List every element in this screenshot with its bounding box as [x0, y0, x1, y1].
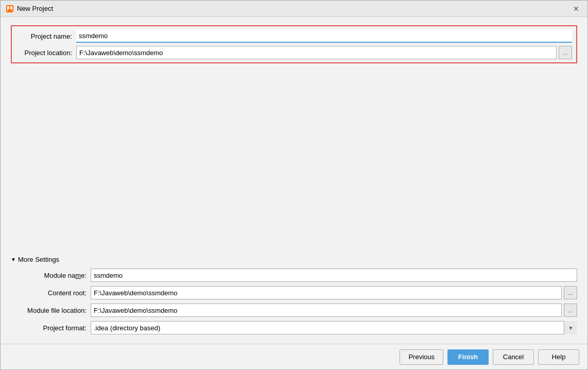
more-settings-chevron-icon: ▼ [11, 257, 16, 262]
more-settings-header[interactable]: ▼ More Settings [11, 256, 577, 263]
more-settings-label: More Settings [18, 256, 59, 263]
content-root-input[interactable] [91, 286, 562, 299]
dialog-title: New Project [17, 5, 570, 12]
previous-button[interactable]: Previous [400, 349, 443, 365]
project-name-input-wrap [76, 29, 572, 43]
project-location-browse-button[interactable]: ... [559, 46, 572, 59]
module-name-underline: m [75, 272, 81, 279]
new-project-dialog: New Project ✕ Project name: Project loca… [0, 0, 588, 370]
module-file-location-row: Module file location: ... [16, 304, 577, 317]
cancel-button[interactable]: Cancel [493, 349, 534, 365]
help-button[interactable]: Help [538, 349, 579, 365]
project-location-input-wrap: ... [76, 46, 572, 59]
dialog-buttons: Previous Finish Cancel Help [1, 344, 587, 369]
module-name-input[interactable] [91, 268, 577, 282]
module-file-location-browse-button[interactable]: ... [564, 304, 577, 317]
svg-rect-3 [8, 9, 12, 11]
close-button[interactable]: ✕ [570, 3, 582, 15]
project-name-row: Project name: [12, 29, 572, 43]
content-root-row: Content root: ... [16, 286, 577, 299]
project-name-input[interactable] [76, 29, 572, 43]
module-file-location-label: Module file location: [16, 307, 91, 314]
project-location-label: Project location: [12, 49, 76, 57]
highlighted-fields-group: Project name: Project location: ... [11, 25, 577, 63]
title-bar: New Project ✕ [1, 1, 587, 17]
module-name-row: Module name: [16, 268, 577, 282]
content-root-label: Content root: [16, 289, 91, 297]
project-format-row: Project format: .idea (directory based) … [16, 321, 577, 334]
dialog-content: Project name: Project location: ... ▼ Mo… [1, 17, 587, 344]
finish-button[interactable]: Finish [447, 349, 489, 365]
project-location-row: Project location: ... [12, 46, 572, 59]
project-format-select[interactable]: .idea (directory based) .ipr (file based… [91, 321, 577, 334]
project-format-dropdown-wrap: .idea (directory based) .ipr (file based… [91, 321, 577, 334]
module-name-input-wrap [91, 268, 577, 282]
module-file-location-input[interactable] [91, 304, 562, 317]
project-location-input[interactable] [76, 46, 557, 59]
project-name-label: Project name: [12, 32, 76, 40]
more-settings-section: ▼ More Settings Module name: Content roo… [11, 256, 577, 339]
more-settings-content: Module name: Content root: ... [11, 268, 577, 334]
content-root-browse-button[interactable]: ... [564, 286, 577, 299]
content-root-input-wrap: ... [91, 286, 577, 299]
module-file-location-input-wrap: ... [91, 304, 577, 317]
project-format-label: Project format: [16, 324, 91, 332]
middle-space [11, 65, 577, 251]
project-format-select-wrap: .idea (directory based) .ipr (file based… [91, 321, 577, 334]
app-icon [6, 5, 14, 13]
module-name-label: Module name: [16, 272, 91, 279]
